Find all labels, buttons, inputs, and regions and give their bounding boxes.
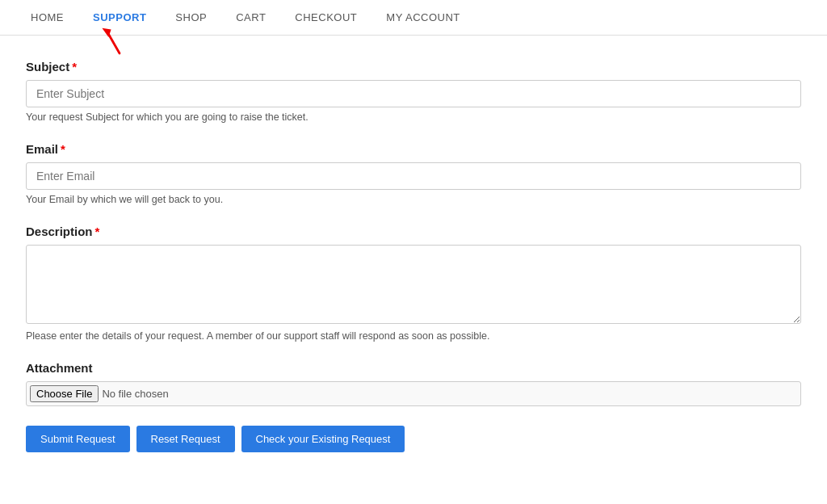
- description-hint: Please enter the details of your request…: [26, 330, 801, 342]
- nav-shop[interactable]: SHOP: [161, 11, 221, 23]
- attachment-label: Attachment: [26, 361, 801, 375]
- nav-cart[interactable]: CART: [221, 11, 280, 23]
- email-input[interactable]: [26, 162, 801, 190]
- subject-group: Subject* Your request Subject for which …: [26, 60, 801, 123]
- submit-button[interactable]: Submit Request: [26, 426, 130, 452]
- email-label: Email*: [26, 142, 801, 156]
- main-nav: HOME SUPPORT SHOP CART CHECKOUT MY ACCOU…: [0, 0, 827, 36]
- attachment-input[interactable]: [26, 381, 801, 406]
- subject-label: Subject*: [26, 60, 801, 74]
- email-group: Email* Your Email by which we will get b…: [26, 142, 801, 205]
- support-form-container: Subject* Your request Subject for which …: [10, 36, 817, 485]
- reset-button[interactable]: Reset Request: [136, 426, 235, 452]
- button-row: Submit Request Reset Request Check your …: [26, 426, 801, 452]
- nav-support[interactable]: SUPPORT: [78, 11, 161, 23]
- attachment-group: Attachment: [26, 361, 801, 406]
- email-hint: Your Email by which we will get back to …: [26, 194, 801, 205]
- description-input[interactable]: [26, 245, 801, 324]
- nav-my-account[interactable]: MY ACCOUNT: [372, 11, 474, 23]
- description-required: *: [95, 225, 100, 238]
- description-label: Description*: [26, 225, 801, 238]
- nav-home[interactable]: HOME: [16, 11, 78, 23]
- description-group: Description* Please enter the details of…: [26, 225, 801, 342]
- email-required: *: [61, 142, 65, 156]
- subject-hint: Your request Subject for which you are g…: [26, 111, 801, 123]
- check-existing-button[interactable]: Check your Existing Request: [241, 426, 405, 452]
- nav-checkout[interactable]: CHECKOUT: [280, 11, 372, 23]
- subject-input[interactable]: [26, 80, 801, 107]
- subject-required: *: [72, 60, 77, 74]
